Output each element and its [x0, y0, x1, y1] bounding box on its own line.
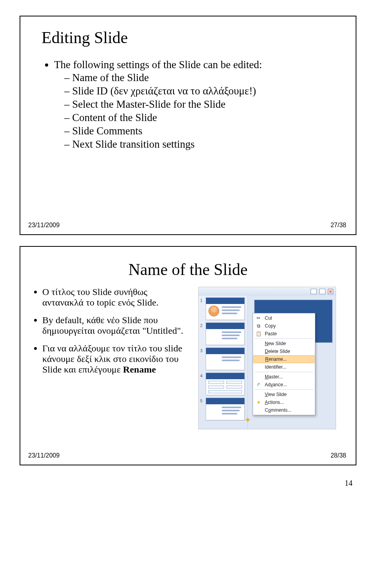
blank-icon — [255, 348, 262, 355]
thumb-number: 1 — [200, 297, 204, 303]
slide1-item: Slide ID (δεν χρειάζεται να το αλλάξουμε… — [64, 85, 342, 97]
slide-thumbnail[interactable] — [206, 347, 245, 370]
slide1-footer: 23/11/2009 27/38 — [28, 222, 346, 229]
slide2-bullet: Ο τίτλος του Slide συνήθως αντανακλά το … — [42, 287, 185, 308]
blank-icon — [255, 407, 262, 413]
slide2-columns: Ο τίτλος του Slide συνήθως αντανακλά το … — [34, 287, 342, 429]
blank-icon — [255, 364, 262, 370]
slide2-bullet3-bold: Rename — [123, 364, 156, 375]
menu-advance[interactable]: ↱ Advance... — [253, 381, 315, 389]
menu-separator — [255, 372, 313, 372]
slide1-item: Slide Comments — [64, 125, 342, 137]
menu-separator — [255, 338, 313, 339]
slide-thumbnail[interactable] — [206, 322, 245, 345]
menu-separator — [255, 389, 313, 390]
slide1-bullets: The following settings of the Slide can … — [34, 59, 342, 150]
blank-icon — [255, 340, 262, 347]
advance-icon: ↱ — [255, 382, 262, 388]
thumb-number: 4 — [200, 373, 204, 378]
menu-master[interactable]: Master... — [253, 373, 315, 381]
context-menu: ✂ Cut ⧉ Copy 📋 Paste — [253, 313, 315, 415]
thumb-number: 5 — [200, 398, 204, 403]
screenshot-toolbar: × — [199, 287, 336, 296]
thumb-row[interactable]: 4 — [200, 373, 246, 395]
menu-paste[interactable]: 📋 Paste — [253, 330, 315, 338]
screenshot-mock: × 1 2 — [198, 287, 336, 429]
toolbar-minimize-icon[interactable] — [319, 289, 325, 294]
scissors-icon: ✂ — [255, 315, 262, 321]
menu-identifier-label: Identifier... — [265, 364, 286, 370]
slide2-page: 28/38 — [331, 452, 346, 459]
thumb-row[interactable]: 3 — [200, 347, 246, 370]
slide2-screenshot-col: × 1 2 — [193, 287, 342, 429]
slide2-bullet: Για να αλλάξουμε τον τίτλο του slide κάν… — [42, 343, 185, 375]
menu-view-slide[interactable]: View Slide — [253, 391, 315, 398]
slide-thumbnail[interactable] — [206, 373, 245, 395]
menu-cut-label: Cut — [265, 315, 272, 321]
thumb-row[interactable]: 2 — [200, 322, 246, 345]
slide-thumbnail[interactable] — [206, 297, 245, 320]
slide2-footer: 23/11/2009 28/38 — [28, 452, 346, 459]
toolbar-close-icon[interactable]: × — [328, 289, 333, 294]
screenshot-body: 1 2 — [199, 296, 336, 429]
slide-frame-2: Name of the Slide Ο τίτλος του Slide συν… — [20, 246, 356, 465]
slide1-item: Name of the Slide — [64, 72, 342, 84]
star-icon: ★ — [255, 399, 262, 405]
document-page: Editing Slide The following settings of … — [0, 0, 376, 496]
slide1-page: 27/38 — [331, 222, 346, 229]
slide2-text-col: Ο τίτλος του Slide συνήθως αντανακλά το … — [34, 287, 185, 429]
slide2-bullet3-text: Για να αλλάξουμε τον τίτλο του slide κάν… — [42, 343, 182, 375]
thumb-number: 3 — [200, 347, 204, 353]
menu-new-slide[interactable]: New Slide — [253, 340, 315, 347]
thumb-row[interactable]: 1 — [200, 297, 246, 320]
slide-frame-1: Editing Slide The following settings of … — [20, 16, 356, 235]
slide1-item: Select the Master-Slide for the Slide — [64, 98, 342, 110]
menu-identifier[interactable]: Identifier... — [253, 363, 315, 371]
slide-thumbnail[interactable] — [206, 398, 245, 420]
cursor-icon: ✦ — [245, 416, 251, 424]
menu-cut[interactable]: ✂ Cut — [253, 314, 315, 322]
menu-actions[interactable]: ★ Actions... — [253, 398, 315, 406]
slide1-item: Next Slide transition settings — [64, 138, 342, 150]
blank-icon — [255, 374, 262, 380]
slide1-lead: The following settings of the Slide can … — [54, 59, 342, 71]
slide1-subitems: Name of the Slide Slide ID (δεν χρειάζετ… — [54, 72, 342, 150]
document-page-number: 14 — [20, 476, 356, 488]
menu-delete-slide[interactable]: Delete Slide — [253, 347, 315, 355]
toolbar-restore-icon[interactable] — [311, 289, 317, 294]
slide2-date: 23/11/2009 — [28, 452, 60, 459]
thumbnail-panel: 1 2 — [199, 296, 248, 429]
slide2-bullet: By default, κάθε νέο Slide που δημιουργε… — [42, 315, 185, 336]
blank-icon — [256, 356, 262, 362]
thumb-row[interactable]: 5 — [200, 398, 246, 420]
menu-copy[interactable]: ⧉ Copy — [253, 322, 315, 330]
slide1-date: 23/11/2009 — [28, 222, 60, 229]
menu-comments[interactable]: Comments... — [253, 406, 315, 414]
menu-copy-label: Copy — [265, 323, 276, 329]
paste-icon: 📋 — [255, 331, 262, 337]
blank-icon — [255, 391, 262, 398]
menu-rename[interactable]: Rename... — [253, 355, 315, 363]
slide1-item: Content of the Slide — [64, 112, 342, 124]
thumb-number: 2 — [200, 322, 204, 328]
menu-paste-label: Paste — [265, 331, 277, 337]
copy-icon: ⧉ — [255, 323, 262, 329]
avatar-icon — [208, 306, 219, 317]
slide2-title: Name of the Slide — [34, 260, 342, 279]
slide1-title: Editing Slide — [34, 28, 342, 47]
